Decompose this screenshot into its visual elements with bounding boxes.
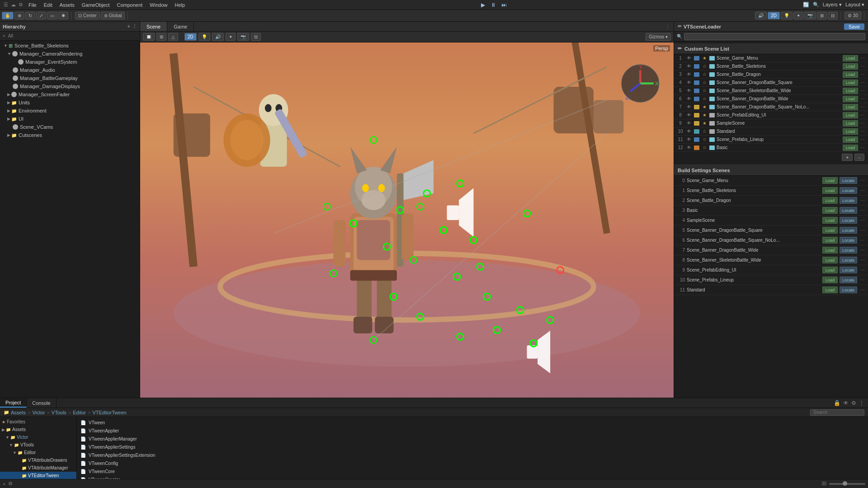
build-locate-btn[interactable]: Locate xyxy=(840,207,857,214)
build-dots[interactable]: ⋯ xyxy=(859,258,866,263)
tab-scene[interactable]: Scene xyxy=(140,22,167,31)
hand-tool[interactable]: ✋ xyxy=(2,12,14,19)
row-load-btn[interactable]: Load xyxy=(843,63,858,70)
build-locate-btn[interactable]: Locate xyxy=(840,247,857,253)
move-tool[interactable]: ⊕ xyxy=(14,12,24,19)
build-scene-row[interactable]: 1 Scene_Battle_Skeletons Load Locate ⋯ xyxy=(674,186,868,196)
custom-scene-row[interactable]: 4 👁 ☆ Scene_Banner_DragonBattle_Square L… xyxy=(674,79,868,87)
row-star-icon[interactable]: ☆ xyxy=(701,88,708,93)
filter-all-icon[interactable]: + xyxy=(3,33,5,38)
scene-grid-btn[interactable]: ⊟ xyxy=(251,33,261,41)
custom-tool[interactable]: ✱ xyxy=(58,12,68,19)
build-scene-row[interactable]: 11 Standard Load Locate ⋯ xyxy=(674,285,868,295)
remove-scene-btn[interactable]: - xyxy=(854,154,864,161)
menu-component[interactable]: Component xyxy=(117,2,142,8)
row-star-icon[interactable]: ☆ xyxy=(701,129,708,134)
more-icon[interactable]: ⋮ xyxy=(859,400,864,406)
asset-search-input[interactable] xyxy=(810,409,864,416)
row-eye-icon[interactable]: 👁 xyxy=(686,56,692,61)
bc-vtools[interactable]: VTools xyxy=(52,410,66,415)
build-load-btn[interactable]: Load xyxy=(822,277,838,283)
tree-item-mgrdmg[interactable]: Manager_DamageDisplays xyxy=(0,82,140,90)
build-dots[interactable]: ⋯ xyxy=(859,178,866,183)
build-scene-row[interactable]: 8 Scene_Banner_SkeletonBattle_Wide Load … xyxy=(674,255,868,265)
row-eye-icon[interactable]: 👁 xyxy=(686,88,692,93)
scale-tool[interactable]: ⤢ xyxy=(36,12,46,19)
build-scene-row[interactable]: 9 Scene_PrefabEditing_UI Load Locate ⋯ xyxy=(674,265,868,275)
row-dots[interactable]: ⋯ xyxy=(859,145,866,150)
asset-file-item[interactable]: 📄VTweenApplierSettingsExtension xyxy=(79,451,866,459)
build-load-btn[interactable]: Load xyxy=(822,207,838,214)
row-star-icon[interactable]: ★ xyxy=(701,121,708,126)
row-dots[interactable]: ⋯ xyxy=(859,80,866,85)
row-dots[interactable]: ⋯ xyxy=(859,72,866,77)
pause-button[interactable]: ⏸ xyxy=(491,2,496,8)
custom-scene-row[interactable]: 7 👁 ★ Scene_Banner_DragonBattle_Square_N… xyxy=(674,103,868,111)
scene-light-btn[interactable]: 💡 xyxy=(198,33,210,41)
row-load-btn[interactable]: Load xyxy=(843,80,858,86)
tree-item-units[interactable]: ▶ 📁 Units xyxy=(0,99,140,107)
build-dots[interactable]: ⋯ xyxy=(859,277,866,282)
tree-item-ui[interactable]: ▶ 📁 UI xyxy=(0,115,140,123)
build-load-btn[interactable]: Load xyxy=(822,247,838,253)
build-locate-btn[interactable]: Locate xyxy=(840,257,857,263)
collab-btn[interactable]: ⚙ 30 xyxy=(844,12,861,19)
settings-icon[interactable]: ⚙ xyxy=(19,2,23,8)
custom-scene-row[interactable]: 12 👁 ☆ Basic Load ⋯ xyxy=(674,144,868,152)
row-eye-icon[interactable]: 👁 xyxy=(686,121,692,126)
build-scene-row[interactable]: 5 Scene_Banner_DragonBattle_Square Load … xyxy=(674,225,868,235)
custom-scene-row[interactable]: 5 👁 ☆ Scene_Banner_SkeletonBattle_Wide L… xyxy=(674,87,868,95)
row-star-icon[interactable]: ★ xyxy=(701,104,708,109)
build-scene-row[interactable]: 6 Scene_Banner_DragonBattle_Square_NoLo.… xyxy=(674,235,868,245)
menu-assets[interactable]: Assets xyxy=(60,2,75,8)
build-dots[interactable]: ⋯ xyxy=(859,218,866,223)
row-eye-icon[interactable]: 👁 xyxy=(686,80,692,85)
row-star-icon[interactable]: ☆ xyxy=(701,96,708,101)
project-item-vtools[interactable]: ▼ 📁 VTools xyxy=(0,441,76,449)
build-locate-btn[interactable]: Locate xyxy=(840,187,857,194)
tab-project[interactable]: Project xyxy=(0,398,27,408)
tree-item-vcams[interactable]: Scene_VCams xyxy=(0,123,140,131)
custom-scene-row[interactable]: 8 👁 ★ Scene_PrefabEditing_UI Load ⋯ xyxy=(674,111,868,119)
row-eye-icon[interactable]: 👁 xyxy=(686,113,692,117)
menu-gameobject[interactable]: GameObject xyxy=(82,2,110,8)
bottom-settings-icon[interactable]: ⚙ xyxy=(8,481,13,487)
settings-sm-icon[interactable]: ⚙ xyxy=(851,400,856,406)
custom-scene-row[interactable]: 11 👁 ☆ Scene_Prefabs_Lineup Load ⋯ xyxy=(674,136,868,144)
build-scene-row[interactable]: 0 Scene_Game_Menu Load Locate ⋯ xyxy=(674,176,868,186)
tree-item-environment[interactable]: ▶ 📁 Environment xyxy=(0,107,140,115)
build-locate-btn[interactable]: Locate xyxy=(840,197,857,204)
build-scene-row[interactable]: 2 Scene_Battle_Dragon Load Locate ⋯ xyxy=(674,196,868,206)
lighting-btn[interactable]: 💡 xyxy=(781,12,793,19)
row-dots[interactable]: ⋯ xyxy=(859,137,866,142)
build-dots[interactable]: ⋯ xyxy=(859,238,866,243)
row-star-icon[interactable]: ☆ xyxy=(701,72,708,77)
build-dots[interactable]: ⋯ xyxy=(859,198,866,203)
row-load-btn[interactable]: Load xyxy=(843,112,858,118)
tree-item-mgrgameplay[interactable]: Manager_BattleGameplay xyxy=(0,74,140,82)
row-star-icon[interactable]: ☆ xyxy=(701,137,708,142)
tab-console[interactable]: Console xyxy=(27,398,56,408)
bc-assets[interactable]: Assets xyxy=(11,410,26,415)
fx-btn[interactable]: ✦ xyxy=(793,12,803,19)
row-star-icon[interactable]: ★ xyxy=(701,113,708,117)
scene-cam-btn[interactable]: 📷 xyxy=(237,33,249,41)
row-eye-icon[interactable]: 👁 xyxy=(686,137,692,142)
row-load-btn[interactable]: Load xyxy=(843,145,858,151)
row-load-btn[interactable]: Load xyxy=(843,104,858,110)
tree-item-mgraudio[interactable]: Manager_Audio xyxy=(0,66,140,74)
row-eye-icon[interactable]: 👁 xyxy=(686,72,692,77)
build-dots[interactable]: ⋯ xyxy=(859,267,866,272)
build-load-btn[interactable]: Load xyxy=(822,286,838,293)
camera-btn[interactable]: 📷 xyxy=(804,12,816,19)
2d-view-btn[interactable]: 2D xyxy=(184,33,197,41)
scene-gizmos-toggle[interactable]: Gizmos ▾ xyxy=(646,33,671,41)
custom-scene-row[interactable]: 6 👁 ☆ Scene_Banner_DragonBattle_Wide Loa… xyxy=(674,95,868,103)
build-locate-btn[interactable]: Locate xyxy=(840,217,857,224)
search-input[interactable] xyxy=(684,33,865,40)
view-options-icon[interactable]: ⋮ xyxy=(665,24,670,29)
row-dots[interactable]: ⋯ xyxy=(859,121,866,126)
scene-overlay-btn[interactable]: △ xyxy=(168,33,178,41)
bottom-add-icon[interactable]: + xyxy=(3,481,5,487)
asset-file-item[interactable]: 📄VTweenCore xyxy=(79,468,866,475)
